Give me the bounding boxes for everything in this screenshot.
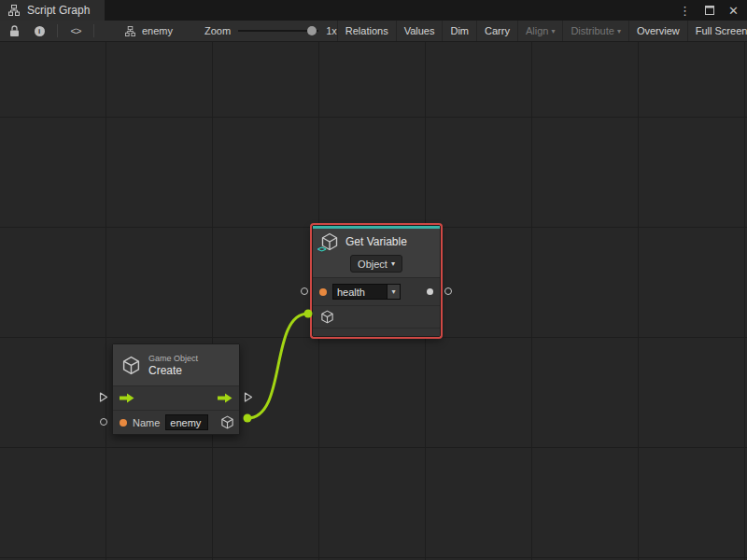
node-header: <> Get Variable Object ▾	[313, 229, 440, 277]
toolbar-left-group: i <>	[0, 23, 94, 38]
game-object-icon	[121, 357, 141, 372]
zoom-slider-handle[interactable]	[307, 26, 317, 35]
object-input-row	[313, 305, 440, 328]
variable-suggestions-dropdown[interactable]: ▾	[387, 284, 401, 300]
toolbar-button-fullscreen[interactable]: Full Screen	[687, 21, 747, 41]
toolbar-button-label: Carry	[485, 25, 510, 36]
graph-breadcrumb[interactable]: enemy	[122, 23, 173, 38]
toolbar-button-label: Full Screen	[696, 25, 747, 36]
zoom-label: Zoom	[204, 25, 231, 36]
variable-scope-dropdown[interactable]: Object ▾	[350, 255, 402, 273]
name-input-port[interactable]	[100, 418, 107, 426]
node-footer	[313, 328, 440, 336]
toolbar-button-overview[interactable]: Overview	[628, 21, 687, 41]
tab-title: Script Graph	[27, 4, 90, 17]
script-graph-icon	[7, 3, 21, 18]
value-output-port[interactable]	[444, 287, 452, 295]
flow-output-port[interactable]	[244, 392, 253, 402]
node-title: Create	[148, 364, 198, 377]
variable-name-input[interactable]	[332, 284, 387, 300]
name-port-icon	[319, 288, 327, 296]
toolbar-button-dim[interactable]: Dim	[442, 21, 476, 41]
flow-out-arrow-icon	[218, 391, 233, 406]
value-output-port-icon	[427, 288, 433, 295]
toolbar-button-label: Overview	[637, 25, 680, 36]
dropdown-arrow-icon: ▾	[617, 27, 621, 35]
variable-name-row: ▾	[313, 277, 440, 305]
name-param-row: Name	[113, 410, 239, 434]
graph-toolbar: i <> enemy Zoom 1x Relations Values	[0, 21, 747, 42]
node-category: Game Object	[148, 354, 198, 363]
info-icon[interactable]: i	[32, 23, 47, 38]
variable-scope-value: Object	[358, 259, 388, 270]
toolbar-button-label: Distribute	[571, 25, 613, 36]
flow-in-arrow-icon	[120, 391, 134, 406]
dropdown-arrow-icon: ▾	[391, 259, 395, 268]
toolbar-button-label: Dim	[450, 25, 469, 36]
code-badge-icon: <>	[317, 245, 326, 254]
toolbar-button-label: Align	[526, 25, 548, 36]
wire-path[interactable]	[247, 314, 308, 418]
toolbar-separator	[57, 24, 58, 37]
edit-source-icon[interactable]: <>	[68, 23, 83, 38]
window-maximize-icon[interactable]	[702, 3, 717, 18]
node-get-variable[interactable]: <> Get Variable Object ▾ ▾	[312, 225, 441, 337]
toolbar-button-relations[interactable]: Relations	[337, 21, 396, 41]
game-object-port-icon	[319, 310, 334, 325]
toolbar-button-label: Relations	[345, 25, 388, 36]
toolbar-button-label: Values	[404, 25, 435, 36]
name-param-input[interactable]	[165, 414, 208, 430]
flow-input-port[interactable]	[99, 392, 108, 402]
zoom-value: 1x	[326, 25, 337, 36]
toolbar-button-align[interactable]: Align ▾	[517, 21, 562, 41]
graph-icon	[122, 23, 137, 38]
game-object-output-icon	[219, 415, 234, 430]
zoom-slider[interactable]	[238, 25, 318, 36]
flow-row	[113, 385, 239, 410]
toolbar-buttons: Relations Values Dim Carry Align ▾ Distr…	[337, 21, 747, 41]
dropdown-arrow-icon: ▾	[551, 27, 555, 35]
window-menu-icon[interactable]: ⋮	[679, 4, 691, 18]
lock-icon[interactable]	[7, 23, 21, 38]
graph-name: enemy	[142, 25, 173, 36]
name-port-icon	[120, 419, 127, 427]
node-header: Game Object Create	[113, 344, 239, 385]
param-label: Name	[133, 417, 160, 428]
graph-canvas[interactable]: <> Get Variable Object ▾ ▾	[0, 42, 747, 560]
window-controls: ⋮ ✕	[679, 0, 747, 21]
toolbar-separator	[93, 24, 94, 37]
object-variable-icon: <>	[320, 232, 339, 251]
tab-script-graph[interactable]: Script Graph	[0, 0, 105, 21]
titlebar: Script Graph ⋮ ✕	[0, 0, 747, 21]
toolbar-button-carry[interactable]: Carry	[476, 21, 517, 41]
dropdown-arrow-icon: ▾	[391, 287, 395, 296]
zoom-group: Zoom 1x	[204, 25, 337, 36]
game-object-output-port-connected[interactable]	[244, 414, 252, 423]
name-input-port[interactable]	[301, 287, 308, 295]
node-create[interactable]: Game Object Create Name	[112, 343, 240, 435]
window-close-icon[interactable]: ✕	[728, 4, 739, 18]
toolbar-button-values[interactable]: Values	[396, 21, 443, 41]
toolbar-button-distribute[interactable]: Distribute ▾	[562, 21, 627, 41]
node-title: Get Variable	[345, 235, 407, 248]
